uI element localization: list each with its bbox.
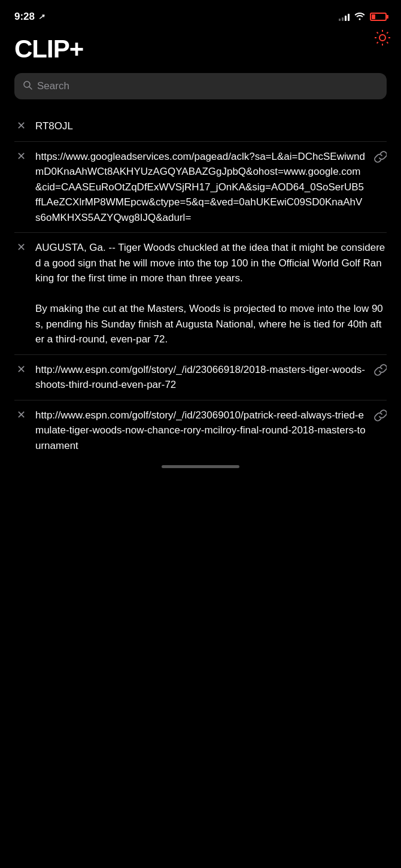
link-button[interactable]: [373, 150, 387, 165]
search-container: [0, 73, 401, 111]
clip-text-content: AUGUSTA, Ga. -- Tiger Woods chuckled at …: [35, 242, 385, 345]
link-button[interactable]: [373, 363, 387, 378]
location-icon: ↗: [38, 13, 44, 21]
status-time: 9:28 ↗: [14, 11, 44, 23]
clip-text: http://www.espn.com/golf/story/_/id/2306…: [35, 408, 366, 454]
clip-text: AUGUSTA, Ga. -- Tiger Woods chuckled at …: [35, 240, 387, 347]
delete-button[interactable]: ✕: [14, 149, 28, 165]
app-title: CLIP+: [0, 30, 401, 73]
list-item: ✕ AUGUSTA, Ga. -- Tiger Woods chuckled a…: [14, 233, 387, 355]
list-item: ✕ http://www.espn.com/golf/story/_/id/23…: [14, 355, 387, 400]
svg-point-0: [379, 35, 385, 41]
status-bar: 9:28 ↗: [0, 0, 401, 30]
search-icon: [23, 80, 32, 92]
delete-button[interactable]: ✕: [14, 362, 28, 378]
scroll-indicator: [0, 460, 401, 478]
list-item: ✕ https://www.googleadservices.com/pagea…: [14, 142, 387, 233]
time-display: 9:28: [14, 11, 35, 23]
clip-text: https://www.googleadservices.com/pagead/…: [35, 149, 366, 226]
svg-line-2: [29, 87, 32, 89]
battery-icon: [370, 13, 387, 21]
delete-button[interactable]: ✕: [14, 408, 28, 423]
search-input[interactable]: [37, 80, 378, 92]
delete-button[interactable]: ✕: [14, 240, 28, 256]
wifi-icon: [354, 12, 365, 22]
signal-strength: [339, 13, 350, 21]
delete-button[interactable]: ✕: [14, 119, 28, 134]
settings-button[interactable]: [373, 29, 391, 50]
status-icons: [339, 12, 387, 22]
list-item: ✕ http://www.espn.com/golf/story/_/id/23…: [14, 400, 387, 461]
clip-list: ✕ RT8OJL ✕ https://www.googleadservices.…: [0, 111, 401, 460]
list-item: ✕ RT8OJL: [14, 111, 387, 142]
clip-text: http://www.espn.com/golf/story/_/id/2306…: [35, 362, 366, 393]
search-bar[interactable]: [14, 73, 387, 99]
home-indicator: [162, 465, 239, 468]
link-button[interactable]: [373, 409, 387, 424]
clip-text: RT8OJL: [35, 120, 387, 132]
